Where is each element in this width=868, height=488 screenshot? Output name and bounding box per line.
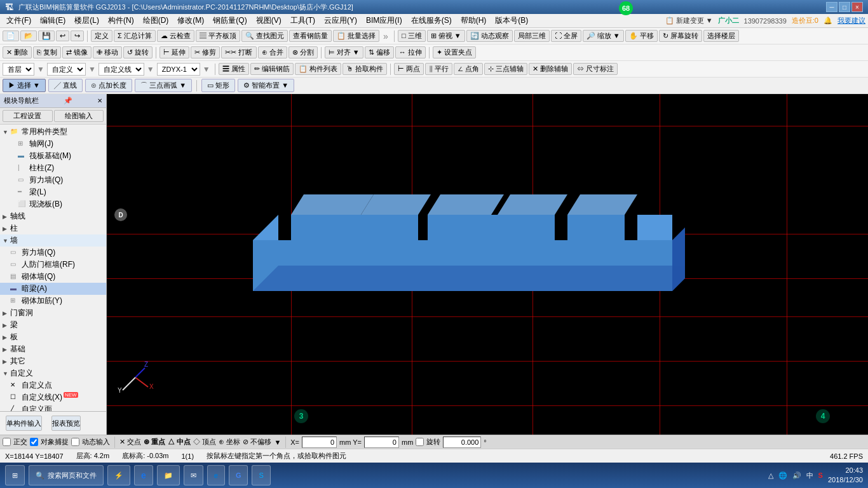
find-elem-btn[interactable]: 🔍 查找图元 — [241, 30, 288, 42]
edit-rebar-btn[interactable]: ✏ 编辑钢筋 — [250, 63, 294, 75]
three-pt-arc-btn[interactable]: ⌒ 三点画弧 ▼ — [135, 79, 192, 92]
view-rebar-btn[interactable]: 查看钢筋量 — [289, 30, 332, 42]
property-btn[interactable]: ☰ 属性 — [219, 63, 249, 75]
menu-help[interactable]: 帮助(H) — [457, 14, 491, 27]
new-change-btn[interactable]: 📋 新建变更 ▼ — [665, 16, 713, 25]
tree-grid[interactable]: ⊞ 轴网(J) — [0, 138, 106, 150]
rotate-check[interactable] — [416, 438, 424, 446]
x-input[interactable] — [302, 437, 337, 448]
orthogonal-check[interactable] — [3, 438, 11, 446]
suggestion-btn[interactable]: 我要建议 — [837, 16, 865, 25]
mirror-btn[interactable]: ⇄ 镜像 — [62, 46, 92, 58]
taskbar-browser2[interactable]: e — [207, 465, 225, 485]
tree-civil-def-wall[interactable]: ▭ 人防门框墙(RF) — [0, 259, 106, 271]
fullscreen-btn[interactable]: ⛶ 全屏 — [551, 30, 581, 42]
rotate-btn[interactable]: ↺ 旋转 — [123, 46, 153, 58]
line-tool-btn[interactable]: ╱ 直线 — [48, 79, 83, 92]
menu-floor[interactable]: 楼层(L) — [71, 14, 103, 27]
menu-cloud[interactable]: 云应用(Y) — [320, 14, 361, 27]
parallel-btn[interactable]: ∥ 平行 — [425, 63, 452, 75]
menu-modify[interactable]: 修改(M) — [173, 14, 208, 27]
single-input-btn[interactable]: 单构件输入 — [6, 416, 42, 431]
viewport[interactable]: D 3 4 X Z Y — [107, 94, 868, 435]
taskbar-browser1[interactable]: e — [134, 465, 153, 485]
comp-list-btn[interactable]: 📋 构件列表 — [295, 63, 341, 75]
tree-raft[interactable]: ▬ 筏板基础(M) — [0, 150, 106, 162]
draw-input-btn[interactable]: 绘图输入 — [54, 110, 104, 122]
redo-btn[interactable]: ↪ — [71, 30, 84, 41]
tree-custom-pt[interactable]: ✕ 自定义点 — [0, 379, 106, 391]
minimize-button[interactable]: ─ — [826, 2, 837, 12]
set-grip-btn[interactable]: ✦ 设置夹点 — [433, 46, 476, 58]
tree-foundation[interactable]: ▶ 基础 — [0, 343, 106, 355]
rect-btn[interactable]: ▭ 矩形 — [201, 79, 235, 92]
local-3d-btn[interactable]: 局部三维 — [514, 30, 550, 42]
menu-rebar-qty[interactable]: 钢筋量(Q) — [209, 14, 250, 27]
new-file-btn[interactable]: 📄 — [3, 30, 19, 41]
custom-line-select[interactable]: 自定义线 — [98, 63, 144, 76]
top-view-btn[interactable]: ⊞ 俯视 ▼ — [427, 30, 465, 42]
tree-cast-slab[interactable]: ⬜ 现浇板(B) — [0, 198, 106, 210]
taskbar-search[interactable]: 🔍 搜索网页和文件 — [29, 465, 104, 485]
tree-masonry-reinf[interactable]: ⊞ 砌体加筋(Y) — [0, 295, 106, 307]
select-tool-btn[interactable]: ▶ 选择 ▼ — [3, 79, 46, 92]
dynamic-input-check[interactable] — [71, 438, 79, 446]
report-preview-btn[interactable]: 报表预览 — [51, 416, 81, 431]
flat-slab-btn[interactable]: ▤ 平齐板顶 — [196, 30, 240, 42]
tree-custom-face[interactable]: ╱ 自定义面 — [0, 403, 106, 411]
cloud-check-btn[interactable]: ☁ 云检查 — [157, 30, 194, 42]
save-btn[interactable]: 💾 — [38, 30, 55, 41]
two-point-btn[interactable]: ⊢ 两点 — [394, 63, 424, 75]
tree-masonry-wall[interactable]: ▤ 砌体墙(Q) — [0, 271, 106, 283]
pan-btn[interactable]: ✋ 平移 — [625, 30, 658, 42]
tree-liang[interactable]: ▶ 梁 — [0, 319, 106, 331]
layer-select[interactable]: ZDYX-1 — [157, 63, 200, 76]
rotate-input[interactable] — [443, 437, 481, 448]
menu-version[interactable]: 版本号(B) — [491, 14, 532, 27]
tree-door-window[interactable]: ▶ 门窗洞 — [0, 307, 106, 319]
maximize-button[interactable]: □ — [839, 2, 850, 12]
ime-indicator[interactable]: 中 — [806, 471, 813, 480]
point-length-btn[interactable]: ⊙ 点加长度 — [85, 79, 132, 92]
tree-axis[interactable]: ▶ 轴线 — [0, 210, 106, 222]
taskbar-explorer[interactable]: 📁 — [157, 465, 180, 485]
define-btn[interactable]: 定义 — [91, 30, 112, 42]
dynamic-view-btn[interactable]: 🔄 动态观察 — [466, 30, 513, 42]
floor-select[interactable]: 首层 — [3, 63, 34, 76]
tree-shear-wall1[interactable]: ▭ 剪力墙(Q) — [0, 174, 106, 186]
break-btn[interactable]: ✂✂ 打断 — [221, 46, 256, 58]
del-axis-btn[interactable]: ✕ 删除辅轴 — [529, 63, 572, 75]
offset-btn[interactable]: ⇅ 偏移 — [365, 46, 394, 58]
extend-btn[interactable]: ⊢ 延伸 — [159, 46, 189, 58]
split-btn[interactable]: ⊗ 分割 — [288, 46, 318, 58]
menu-tools[interactable]: 工具(T) — [287, 14, 319, 27]
open-btn[interactable]: 📂 — [20, 30, 37, 41]
smart-layout-btn[interactable]: ⚙ 智能布置 ▼ — [238, 79, 294, 92]
tree-wall-group[interactable]: ▼ 墙 — [0, 234, 106, 247]
panel-pin-icon[interactable]: 📌 — [64, 97, 72, 105]
tree-custom-group[interactable]: ▼ 自定义 — [0, 367, 106, 379]
close-button[interactable]: × — [851, 2, 863, 12]
align-btn[interactable]: ⊨ 对齐 ▼ — [325, 46, 363, 58]
menu-online[interactable]: 在线服务(S) — [407, 14, 456, 27]
3d-btn[interactable]: □ 三维 — [398, 30, 426, 42]
object-snap-check[interactable] — [30, 438, 38, 446]
start-button[interactable]: ⊞ — [5, 465, 25, 485]
taskbar-google[interactable]: G — [229, 465, 248, 485]
tree-common-types[interactable]: ▼ 📁 常用构件类型 — [0, 126, 106, 138]
bell-icon[interactable]: 🔔 — [824, 17, 832, 25]
taskbar-mail[interactable]: ✉ — [184, 465, 203, 485]
zoom-btn[interactable]: 🔎 缩放 ▼ — [583, 30, 624, 42]
trim-btn[interactable]: ✂ 修剪 — [191, 46, 220, 58]
tree-shear-wall2[interactable]: ▭ 剪力墙(Q) — [0, 247, 106, 259]
menu-view[interactable]: 视图(V) — [252, 14, 285, 27]
menu-edit[interactable]: 编辑(E) — [36, 14, 69, 27]
delete-btn[interactable]: ✕ 删除 — [3, 46, 32, 58]
menu-file[interactable]: 文件(F) — [3, 14, 35, 27]
y-input[interactable] — [364, 437, 399, 448]
eng-settings-btn[interactable]: 工程设置 — [3, 110, 53, 122]
calc-btn[interactable]: Σ 汇总计算 — [114, 30, 156, 42]
move-btn[interactable]: ✙ 移动 — [93, 46, 122, 58]
pick-comp-btn[interactable]: 🖱 拾取构件 — [342, 63, 387, 75]
tree-dark-beam[interactable]: ▬ 暗梁(A) — [0, 283, 106, 295]
